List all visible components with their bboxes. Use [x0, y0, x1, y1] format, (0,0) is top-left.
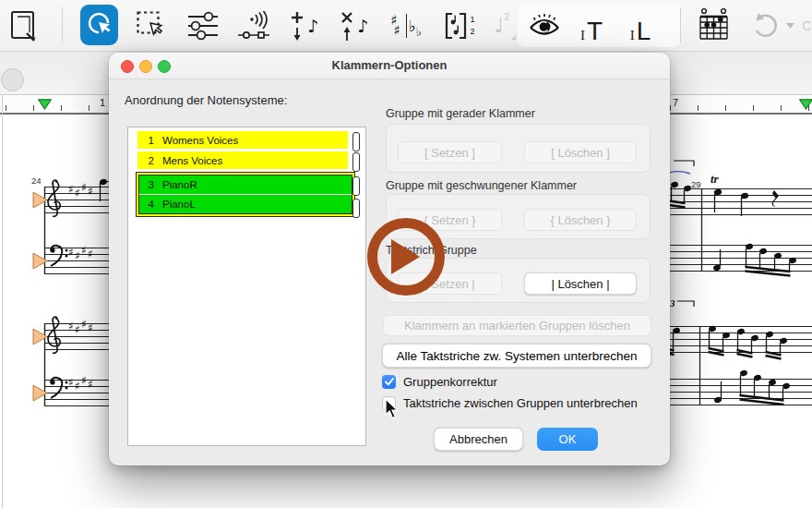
- svg-text:♯: ♯: [88, 378, 93, 391]
- ending-2-label: 2: [470, 28, 474, 36]
- staff-bracket-indicator: [352, 132, 360, 151]
- triplet-bracket: [677, 301, 694, 307]
- chord-diagram-icon: [697, 7, 730, 44]
- measure-bracket-icon: [444, 10, 468, 42]
- svg-text:♯: ♯: [88, 185, 93, 198]
- ruler-marker-left[interactable]: [38, 99, 52, 110]
- list-item-selected[interactable]: 4 PianoL: [139, 195, 352, 213]
- selected-group-ring: 3 PianoR 4 PianoL: [136, 172, 355, 217]
- visibility-button[interactable]: [526, 12, 563, 40]
- svg-text:♯: ♯: [75, 323, 80, 336]
- svg-text:♯: ♯: [81, 244, 87, 257]
- svg-text:♯: ♯: [68, 376, 74, 389]
- page-setup-glyph: [8, 8, 40, 43]
- staff-bracket-indicator: [352, 199, 360, 218]
- note-duration-button[interactable]: ♩ 2: [486, 8, 518, 43]
- eye-icon: [528, 13, 561, 39]
- caret-down-icon: [786, 23, 794, 29]
- redo-icon: [801, 11, 812, 41]
- ruler-marker-right[interactable]: [799, 99, 812, 110]
- list-item[interactable]: 1 Womens Voices: [137, 131, 348, 149]
- svg-text:♯: ♯: [81, 181, 87, 194]
- triplet-number: 3: [669, 297, 675, 308]
- delete-note-button[interactable]: ♪: [337, 9, 372, 42]
- page-setup-icon[interactable]: [7, 8, 41, 43]
- view-control-button[interactable]: [1, 68, 24, 91]
- break-between-groups-label: Taktstriche zwischen Gruppen unterbreche…: [403, 396, 638, 410]
- ok-button[interactable]: OK: [537, 428, 598, 451]
- curly-clear-button[interactable]: { Löschen }: [524, 209, 637, 231]
- cancel-button[interactable]: Abbrechen: [434, 428, 523, 451]
- staff-system-list[interactable]: 1 Womens Voices 2 Mens Voices 3 PianoR 4…: [127, 127, 366, 446]
- application-window: ♪ ♪ ♯ ♯ ♭ ♭ 1 2: [0, 0, 812, 508]
- selection-tool-button[interactable]: [80, 5, 118, 45]
- checkbox-checked[interactable]: [382, 375, 396, 389]
- sharp-icon: ♯: [393, 24, 400, 38]
- letter-i: I: [630, 29, 635, 42]
- toolbar-separator: [680, 7, 681, 42]
- svg-text:♯: ♯: [75, 249, 80, 262]
- triplet-bracket: [674, 161, 694, 166]
- list-item-selected[interactable]: 3 PianoR: [139, 175, 352, 194]
- list-item[interactable]: 2 Mens Voices: [137, 151, 348, 169]
- add-note-button[interactable]: ♪: [287, 9, 322, 42]
- staff-label: Mens Voices: [162, 155, 222, 166]
- repeat-endings-button[interactable]: 1 2: [439, 8, 480, 43]
- curly-bracket-group-label: Gruppe mit geschwungener Klammer: [386, 179, 577, 192]
- chord-diagram-button[interactable]: [693, 6, 734, 45]
- check-icon: [385, 378, 394, 386]
- straight-bracket-group-label: Gruppe mit gerader Klammer: [386, 107, 535, 120]
- play-triangle-icon: [391, 239, 420, 274]
- barline-clear-button[interactable]: | Löschen |: [524, 272, 637, 295]
- eighth-note-icon: ♪: [357, 18, 368, 35]
- letter-l: L: [637, 20, 651, 42]
- undo-dropdown-caret[interactable]: [785, 21, 794, 30]
- text-title-button[interactable]: I T: [572, 9, 611, 42]
- redo-button[interactable]: [801, 10, 812, 42]
- filter-sliders-button[interactable]: [186, 10, 220, 42]
- svg-text:♯: ♯: [88, 248, 93, 260]
- selection-tool-icon: [86, 11, 113, 39]
- flat-icon: ♭: [416, 26, 422, 38]
- staff-label: PianoL: [162, 199, 196, 210]
- quarter-note-icon: ♩: [495, 16, 504, 36]
- divider: [406, 14, 407, 38]
- remove-brackets-button[interactable]: Klammern an markierten Gruppen löschen: [383, 315, 651, 336]
- ending-1-label: 1: [470, 16, 474, 24]
- mouse-cursor-icon: [384, 398, 400, 419]
- duration-badge: 2: [504, 12, 509, 22]
- accidentals-button[interactable]: ♯ ♯ ♭ ♭: [387, 8, 425, 43]
- text-lyrics-button[interactable]: I L: [622, 9, 659, 42]
- plus-arrow-icon: [290, 10, 304, 42]
- staff-lines: [657, 188, 812, 405]
- quarter-rest: [772, 190, 779, 207]
- break-barlines-button[interactable]: Alle Taktstriche zw. Systemen unterbrech…: [382, 344, 651, 368]
- audio-automation-button[interactable]: [235, 10, 274, 42]
- dialog-title: Klammern-Optionen: [109, 58, 670, 72]
- letter-i: I: [580, 29, 585, 42]
- dialog-titlebar[interactable]: Klammern-Optionen: [109, 53, 670, 79]
- straight-clear-button[interactable]: [ Löschen ]: [524, 141, 637, 163]
- ruler-number-left: 1: [100, 97, 105, 108]
- break-between-groups-row[interactable]: Taktstriche zwischen Gruppen unterbreche…: [382, 396, 638, 410]
- staff-label: PianoR: [162, 179, 197, 190]
- arrangement-label: Anordnung der Notensysteme:: [125, 93, 287, 107]
- measure-number-left: 24: [31, 175, 42, 186]
- undo-button[interactable]: [747, 10, 784, 42]
- svg-text:♯: ♯: [75, 380, 80, 393]
- marquee-selection-icon: [137, 11, 166, 41]
- svg-text:♯: ♯: [75, 187, 80, 200]
- group-correction-row[interactable]: Gruppenkorrektur: [382, 375, 497, 389]
- marquee-selection-button[interactable]: [134, 10, 169, 42]
- group-correction-label: Gruppenkorrektur: [403, 375, 497, 389]
- flat-icon: ♭: [409, 18, 416, 34]
- staff-bracket-indicator: [352, 152, 360, 172]
- svg-text:♯: ♯: [68, 183, 74, 196]
- svg-text:♯: ♯: [81, 318, 87, 331]
- eighth-note-icon: ♪: [307, 18, 318, 35]
- measure-number-right: 29: [691, 179, 701, 189]
- staff-bracket-indicator: [352, 176, 360, 196]
- main-toolbar: ♪ ♪ ♯ ♯ ♭ ♭ 1 2: [0, 0, 812, 52]
- straight-set-button[interactable]: [ Setzen ]: [398, 141, 502, 163]
- staff-label: Womens Voices: [162, 135, 238, 146]
